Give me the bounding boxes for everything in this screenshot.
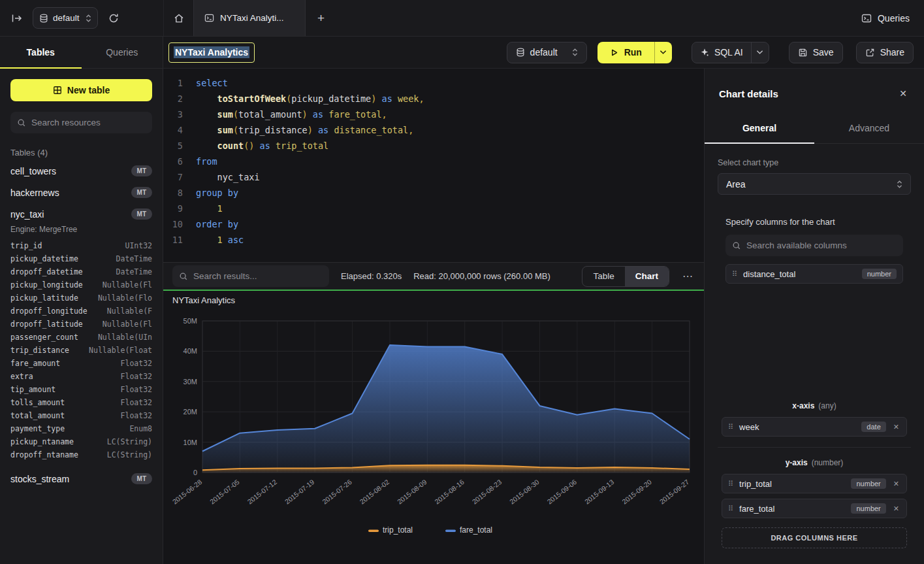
column-name: dropoff_datetime bbox=[10, 267, 83, 276]
table-name: cell_towers bbox=[10, 166, 56, 176]
table-row[interactable]: hackernewsMT bbox=[10, 182, 152, 203]
drag-handle-icon[interactable]: ⠿ bbox=[732, 270, 737, 278]
column-type-badge: number bbox=[862, 269, 897, 279]
column-item-name: trip_total bbox=[739, 479, 772, 489]
svg-text:2015-08-23: 2015-08-23 bbox=[471, 478, 503, 506]
share-button[interactable]: Share bbox=[856, 42, 914, 63]
workarea: NYTaxi Analytics default Run bbox=[163, 37, 924, 564]
collapse-sidebar-icon[interactable] bbox=[9, 10, 25, 26]
query-title-input[interactable]: NYTaxi Analytics bbox=[168, 42, 255, 63]
sidebar-tab-tables[interactable]: Tables bbox=[0, 37, 82, 68]
topbar-left: default bbox=[0, 7, 163, 29]
grid-icon bbox=[53, 86, 62, 95]
remove-column-icon[interactable]: ✕ bbox=[892, 422, 900, 433]
results-search-input[interactable] bbox=[193, 271, 323, 281]
chevron-updown-icon bbox=[86, 14, 91, 23]
sidebar-tab-queries[interactable]: Queries bbox=[82, 37, 163, 68]
save-button[interactable]: Save bbox=[789, 42, 843, 63]
table-name: nyc_taxi bbox=[10, 209, 44, 220]
save-icon bbox=[798, 48, 808, 58]
column-name: pickup_longitude bbox=[10, 280, 83, 290]
refresh-icon[interactable] bbox=[106, 10, 121, 26]
table-row[interactable]: nyc_taxiMT bbox=[10, 203, 152, 225]
drag-handle-icon[interactable]: ⠿ bbox=[728, 423, 733, 431]
column-name: pickup_datetime bbox=[10, 254, 78, 263]
drag-columns-dropzone[interactable]: DRAG COLUMNS HERE bbox=[722, 527, 907, 548]
content: 1234567891011 select toStartOfWeek(picku… bbox=[163, 69, 924, 564]
svg-text:2015-09-27: 2015-09-27 bbox=[658, 478, 691, 506]
database-selector[interactable]: default bbox=[33, 7, 98, 29]
sqlai-button[interactable]: SQL AI bbox=[692, 42, 751, 63]
code-line: toStartOfWeek(pickup_datetime) as week, bbox=[196, 91, 424, 107]
table-row[interactable]: stocks_streamMT bbox=[10, 468, 152, 489]
svg-text:2015-08-30: 2015-08-30 bbox=[508, 478, 541, 506]
table-engine-badge: MT bbox=[131, 165, 152, 176]
y-axis-items: ⠿trip_totalnumber✕⠿fare_totalnumber✕ bbox=[722, 474, 907, 518]
run-options-chevron[interactable] bbox=[654, 42, 672, 63]
query-tab-active[interactable]: NYTaxi Analyti... bbox=[193, 0, 306, 36]
sidebar-search-input[interactable] bbox=[31, 118, 146, 127]
chart-view-button[interactable]: Chart bbox=[625, 267, 669, 286]
svg-text:50M: 50M bbox=[183, 317, 197, 325]
drag-handle-icon[interactable]: ⠿ bbox=[728, 505, 733, 513]
svg-text:10M: 10M bbox=[183, 439, 197, 446]
column-item-name: fare_total bbox=[739, 504, 774, 514]
column-type: Float32 bbox=[121, 411, 152, 420]
svg-text:2015-07-12: 2015-07-12 bbox=[246, 478, 278, 506]
remove-column-icon[interactable]: ✕ bbox=[892, 503, 900, 514]
column-item[interactable]: ⠿distance_totalnumber bbox=[725, 264, 903, 284]
tab-advanced[interactable]: Advanced bbox=[814, 113, 924, 143]
column-row: dropoff_latitudeNullable(Fl bbox=[10, 318, 152, 331]
svg-text:30M: 30M bbox=[183, 378, 197, 386]
more-icon[interactable]: ⋯ bbox=[681, 270, 695, 282]
tab-general[interactable]: General bbox=[705, 113, 814, 143]
svg-text:2015-06-28: 2015-06-28 bbox=[171, 478, 204, 506]
drag-handle-icon[interactable]: ⠿ bbox=[728, 480, 733, 488]
queries-button[interactable]: Queries bbox=[861, 13, 910, 24]
query-title-text: NYTaxi Analytics bbox=[174, 46, 249, 58]
query-database-selector[interactable]: default bbox=[507, 42, 587, 63]
close-icon[interactable]: ✕ bbox=[897, 86, 910, 101]
column-name: dropoff_ntaname bbox=[10, 450, 78, 459]
svg-text:2015-09-13: 2015-09-13 bbox=[583, 478, 616, 506]
columns-search-input[interactable] bbox=[746, 241, 897, 250]
panel-body: Select chart type Area Specify columns f… bbox=[705, 144, 924, 564]
column-row: payment_typeEnum8 bbox=[10, 422, 152, 435]
column-item[interactable]: ⠿fare_totalnumber✕ bbox=[722, 499, 907, 518]
svg-text:fare_total: fare_total bbox=[460, 525, 492, 535]
code-line: nyc_taxi bbox=[196, 169, 424, 185]
column-type: DateTime bbox=[116, 254, 152, 263]
panel-title: Chart details bbox=[719, 88, 778, 99]
column-name: dropoff_latitude bbox=[10, 320, 83, 329]
column-item[interactable]: ⠿trip_totalnumber✕ bbox=[722, 474, 907, 493]
column-type-badge: number bbox=[851, 503, 885, 514]
table-row[interactable]: cell_towersMT bbox=[10, 160, 152, 182]
sql-editor[interactable]: 1234567891011 select toStartOfWeek(picku… bbox=[163, 69, 704, 262]
home-tab[interactable] bbox=[163, 0, 193, 36]
svg-text:2015-09-06: 2015-09-06 bbox=[545, 478, 578, 506]
line-number: 10 bbox=[163, 216, 183, 232]
chart-svg: NYTaxi Analytics010M20M30M40M50M2015-06-… bbox=[163, 291, 704, 564]
new-tab-button[interactable]: + bbox=[306, 0, 337, 36]
available-columns-list: ⠿distance_totalnumber bbox=[725, 264, 903, 284]
view-toggle: Table Chart bbox=[582, 266, 669, 287]
columns-label: Specify columns for the chart bbox=[725, 217, 903, 227]
read-stat: Read: 20,000,000 rows (260.00 MB) bbox=[413, 271, 550, 281]
editor-gutter: 1234567891011 bbox=[163, 75, 183, 262]
code-line: order by bbox=[196, 216, 424, 232]
line-number: 2 bbox=[163, 91, 183, 107]
sidebar-tabs: Tables Queries bbox=[0, 37, 163, 69]
code-line: sum(total_amount) as fare_total, bbox=[196, 107, 424, 122]
column-item[interactable]: ⠿weekdate✕ bbox=[722, 417, 907, 437]
column-row: dropoff_ntanameLC(String) bbox=[10, 448, 152, 461]
chart-type-select[interactable]: Area bbox=[718, 173, 911, 195]
run-button[interactable]: Run bbox=[597, 42, 654, 63]
column-type: Nullable(Float bbox=[89, 346, 152, 355]
sqlai-options-chevron[interactable] bbox=[751, 42, 769, 63]
column-name: total_amount bbox=[10, 411, 65, 420]
column-name: pickup_latitude bbox=[10, 293, 78, 303]
table-view-button[interactable]: Table bbox=[582, 267, 624, 286]
sql-code[interactable]: select toStartOfWeek(pickup_datetime) as… bbox=[183, 75, 424, 262]
remove-column-icon[interactable]: ✕ bbox=[892, 478, 900, 489]
new-table-button[interactable]: New table bbox=[10, 79, 152, 101]
